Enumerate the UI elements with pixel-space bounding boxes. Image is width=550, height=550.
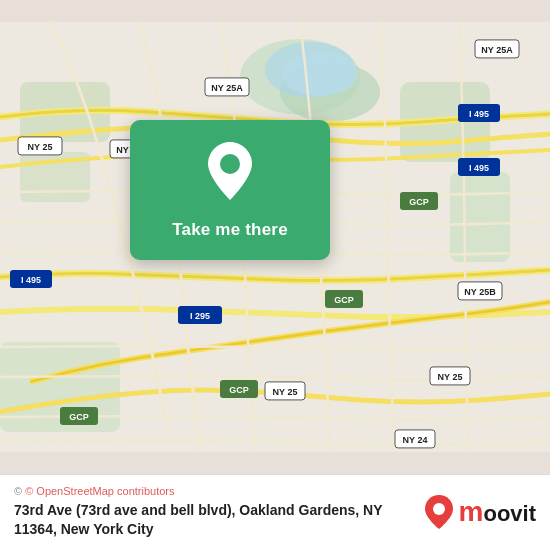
svg-text:NY 25A: NY 25A: [211, 83, 243, 93]
map-container: NY 25A NY 25A NY 25 I 495 I 495 I 495 I …: [0, 0, 550, 474]
svg-text:NY 25B: NY 25B: [464, 287, 496, 297]
moovit-logo: moovit: [423, 494, 536, 530]
svg-text:GCP: GCP: [69, 412, 89, 422]
svg-text:I 295: I 295: [190, 311, 210, 321]
svg-text:GCP: GCP: [409, 197, 429, 207]
osm-credit: © © OpenStreetMap contributors: [14, 485, 411, 497]
svg-text:NY 25: NY 25: [438, 372, 463, 382]
location-pin-icon: [204, 140, 256, 202]
location-name: 73rd Ave (73rd ave and bell blvd), Oakla…: [14, 501, 411, 540]
moovit-text: moovit: [459, 496, 536, 528]
app: NY 25A NY 25A NY 25 I 495 I 495 I 495 I …: [0, 0, 550, 550]
svg-text:NY 25: NY 25: [28, 142, 53, 152]
svg-point-42: [220, 154, 240, 174]
moovit-m: m: [459, 496, 484, 527]
svg-text:NY 25A: NY 25A: [481, 45, 513, 55]
footer: © © OpenStreetMap contributors 73rd Ave …: [0, 474, 550, 550]
moovit-rest: oovit: [483, 501, 536, 526]
svg-text:I 495: I 495: [469, 109, 489, 119]
pin-icon-wrapper: [204, 140, 256, 206]
footer-left: © © OpenStreetMap contributors 73rd Ave …: [14, 485, 411, 540]
osm-link[interactable]: © OpenStreetMap contributors: [25, 485, 174, 497]
svg-text:NY 24: NY 24: [403, 435, 428, 445]
svg-text:GCP: GCP: [229, 385, 249, 395]
svg-text:I 495: I 495: [21, 275, 41, 285]
svg-text:NY 25: NY 25: [273, 387, 298, 397]
svg-text:GCP: GCP: [334, 295, 354, 305]
location-card: Take me there: [130, 120, 330, 260]
moovit-pin-icon: [423, 494, 455, 530]
take-me-there-button[interactable]: Take me there: [164, 216, 296, 244]
copyright-symbol: ©: [14, 485, 25, 497]
svg-text:I 495: I 495: [469, 163, 489, 173]
svg-point-43: [433, 503, 445, 515]
svg-rect-4: [450, 172, 510, 262]
svg-point-9: [282, 52, 358, 96]
